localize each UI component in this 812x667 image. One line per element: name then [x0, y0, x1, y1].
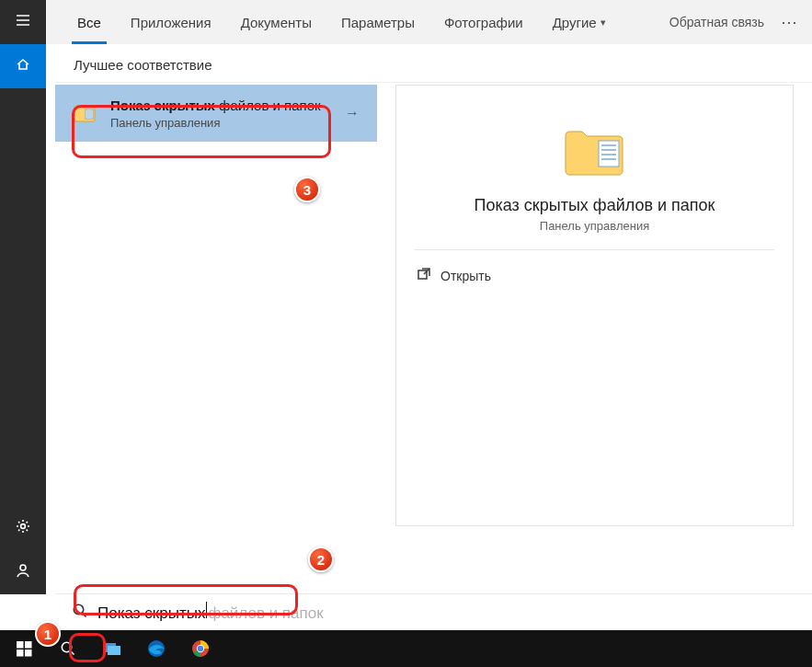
search-input-suggestion: файлов и папок: [208, 604, 323, 623]
preview-title: Показ скрытых файлов и папок: [415, 196, 774, 215]
results-column: Показ скрытых файлов и папок Панель упра…: [55, 85, 377, 593]
result-item-show-hidden-files[interactable]: Показ скрытых файлов и папок Панель упра…: [55, 85, 377, 142]
svg-rect-3: [599, 141, 619, 167]
hamburger-button[interactable]: [0, 0, 46, 44]
open-icon: [417, 267, 431, 284]
chrome-taskbar-button[interactable]: [180, 630, 221, 667]
search-input-typed: Показ скрытых: [97, 604, 205, 623]
taskbar: [0, 630, 812, 667]
result-text: Показ скрытых файлов и папок Панель упра…: [110, 97, 338, 129]
open-action-label: Открыть: [440, 269, 491, 283]
feedback-link[interactable]: Обратная связь: [669, 15, 770, 29]
tab-documents-label: Документы: [241, 15, 312, 30]
edge-taskbar-button[interactable]: [136, 630, 177, 667]
tab-more-label: Другие: [553, 15, 597, 30]
arrow-right-icon[interactable]: →: [338, 105, 366, 121]
text-cursor: [206, 602, 207, 618]
preview-icon: [415, 108, 774, 179]
search-input[interactable]: Показ скрытых файлов и папок: [97, 602, 324, 623]
file-explorer-icon: [102, 640, 122, 657]
tab-photos[interactable]: Фотографии: [431, 0, 536, 44]
svg-point-5: [74, 604, 83, 614]
tab-settings-label: Параметры: [341, 15, 415, 30]
folder-icon: [72, 100, 97, 126]
preview-content: Показ скрытых файлов и папок Панель упра…: [395, 85, 794, 526]
home-button[interactable]: [0, 44, 46, 88]
settings-button[interactable]: [0, 506, 46, 550]
svg-rect-8: [17, 650, 24, 657]
section-header: Лучшее соответствие: [55, 48, 812, 83]
feedback-label: Обратная связь: [669, 15, 764, 29]
ellipsis-icon: ⋯: [781, 13, 797, 31]
svg-rect-12: [108, 646, 120, 655]
account-button[interactable]: [0, 550, 46, 594]
svg-point-1: [20, 565, 26, 570]
preview-subtitle: Панель управления: [415, 219, 774, 233]
tab-documents[interactable]: Документы: [228, 0, 325, 44]
divider: [415, 249, 774, 250]
search-taskbar-button[interactable]: [48, 630, 88, 667]
svg-rect-6: [17, 641, 24, 649]
result-subtitle: Панель управления: [110, 116, 338, 130]
tab-all[interactable]: Все: [64, 0, 114, 44]
chevron-down-icon: ▾: [600, 17, 606, 29]
section-header-label: Лучшее соответствие: [74, 57, 212, 73]
tab-all-label: Все: [77, 15, 101, 30]
search-icon: [60, 640, 76, 657]
more-options-button[interactable]: ⋯: [773, 12, 805, 32]
home-icon: [15, 56, 31, 76]
result-title: Показ скрытых файлов и папок: [110, 97, 338, 115]
svg-point-10: [62, 642, 71, 651]
edge-icon: [147, 639, 166, 658]
windows-icon: [17, 641, 32, 657]
tab-more[interactable]: Другие ▾: [540, 0, 619, 44]
top-tabs-bar: Все Приложения Документы Параметры Фотог…: [46, 0, 812, 44]
search-bar[interactable]: Показ скрытых файлов и папок: [55, 593, 812, 630]
svg-rect-9: [25, 650, 32, 657]
open-action[interactable]: Открыть: [415, 261, 774, 290]
preview-pane: Показ скрытых файлов и папок Панель упра…: [395, 85, 794, 593]
person-icon: [15, 562, 31, 582]
result-title-bold: Показ скрытых: [110, 98, 215, 113]
left-rail: [0, 0, 46, 594]
chrome-icon: [191, 639, 210, 658]
tab-apps[interactable]: Приложения: [118, 0, 224, 44]
tab-photos-label: Фотографии: [444, 15, 523, 30]
result-title-rest: файлов и папок: [215, 98, 321, 113]
taskview-button[interactable]: [92, 630, 132, 667]
tab-apps-label: Приложения: [131, 15, 212, 30]
tab-settings[interactable]: Параметры: [328, 0, 428, 44]
svg-point-0: [21, 524, 26, 529]
svg-point-16: [198, 646, 203, 651]
search-icon: [72, 603, 88, 623]
svg-rect-7: [25, 641, 32, 649]
gear-icon: [15, 518, 31, 538]
hamburger-icon: [15, 12, 31, 32]
start-button[interactable]: [4, 630, 44, 667]
